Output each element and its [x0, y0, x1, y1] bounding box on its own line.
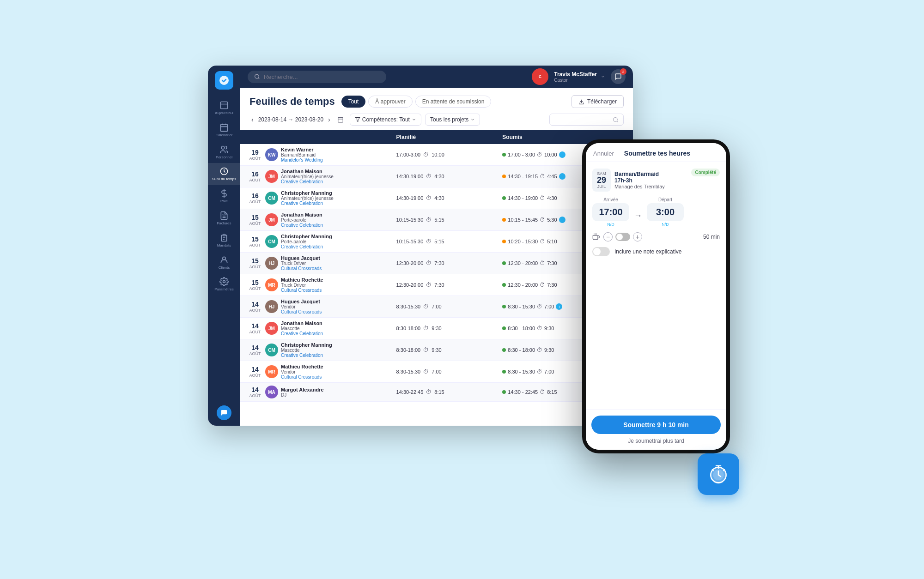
- emp-project: Creative Celebration: [281, 179, 334, 184]
- submitted-hours: 7:00: [544, 304, 554, 309]
- svg-point-18: [614, 117, 618, 121]
- emp-role: Vendor: [281, 369, 323, 374]
- phone-bottom: Soumettre 9 h 10 min Je soumettrai plus …: [586, 410, 726, 450]
- table-row[interactable]: 14 AOÛT HJ Hugues Jacquet Vendor Cultura…: [240, 296, 633, 318]
- phone-screen: Annuler Soumettre tes heures SAM 29 JUIL…: [586, 143, 726, 450]
- prev-date-button[interactable]: ‹: [249, 115, 255, 124]
- emp-name: Kevin Warner: [281, 147, 323, 152]
- sidebar-item-personnel[interactable]: Personnel: [208, 141, 240, 163]
- info-icon[interactable]: i: [559, 217, 565, 223]
- tab-tout[interactable]: Tout: [341, 96, 366, 108]
- sidebar-item-aujourd-hui[interactable]: Aujourd'hui: [208, 97, 240, 119]
- time-inputs: Arrivée 17:00 N/D → Départ 3:00 N/D: [592, 197, 720, 227]
- download-icon: [578, 99, 584, 105]
- planned-cell: 17:00-3:00 ⏱ 10:00: [389, 144, 495, 166]
- table-row[interactable]: 16 AOÛT CM Christopher Manning Animateur…: [240, 187, 633, 209]
- submit-button[interactable]: Soumettre 9 h 10 min: [591, 416, 721, 434]
- sidebar-item-parametres[interactable]: Paramètres: [208, 273, 240, 296]
- clock-icon: ⏱: [426, 195, 432, 201]
- info-icon[interactable]: i: [559, 151, 565, 158]
- tab-en-attente[interactable]: En attente de soumission: [415, 96, 492, 108]
- date-day: 16: [251, 192, 259, 199]
- notifications-button[interactable]: 2: [611, 69, 626, 84]
- info-icon[interactable]: i: [559, 173, 565, 180]
- note-toggle[interactable]: [592, 247, 610, 256]
- submitted-hours: 5:10: [547, 239, 557, 244]
- search-input[interactable]: [264, 73, 380, 80]
- table-row[interactable]: 14 AOÛT CM Christopher Manning Mascotte …: [240, 339, 633, 361]
- info-icon[interactable]: i: [556, 303, 562, 310]
- break-toggle[interactable]: [615, 233, 630, 241]
- projects-label: Tous les projets: [430, 116, 468, 123]
- calendar-icon[interactable]: [335, 114, 346, 125]
- date-month: AOÛT: [249, 156, 261, 161]
- shift-month: JUIL: [597, 184, 606, 189]
- planned-range: 8:30-15:30: [396, 304, 421, 309]
- clock-icon: ⏱: [426, 389, 432, 395]
- planned-range: 14:30-19:00: [396, 195, 424, 201]
- tab-a-approuver[interactable]: À approuver: [368, 96, 412, 108]
- sidebar-item-calendrier[interactable]: Calendrier: [208, 119, 240, 141]
- download-label: Télécharger: [587, 98, 617, 105]
- planned-time: 14:30-19:00 ⏱ 4:30: [396, 195, 488, 201]
- arrow-icon: →: [634, 211, 642, 221]
- table-row[interactable]: 15 AOÛT JM Jonathan Maison Porte-parole …: [240, 209, 633, 231]
- employee-cell: 14 AOÛT MR Mathieu Rochette Vendor Cultu…: [240, 361, 389, 383]
- sidebar-item-paie[interactable]: Paie: [208, 185, 240, 207]
- download-button[interactable]: Télécharger: [571, 95, 624, 108]
- planned-cell: 8:30-15:30 ⏱ 7:00: [389, 361, 495, 383]
- avatar: MR: [265, 365, 278, 378]
- planned-cell: 8:30-18:00 ⏱ 9:30: [389, 318, 495, 339]
- table-row[interactable]: 15 AOÛT MR Mathieu Rochette Truck Driver…: [240, 274, 633, 296]
- table-search-input[interactable]: [554, 116, 610, 123]
- chevron-down-icon: [412, 117, 416, 122]
- sidebar-item-suivi-du-temps[interactable]: Suivi du temps: [208, 163, 240, 185]
- table-row[interactable]: 14 AOÛT MR Mathieu Rochette Vendor Cultu…: [240, 361, 633, 383]
- competences-filter[interactable]: Compétences: Tout: [350, 114, 421, 126]
- next-date-button[interactable]: ›: [326, 115, 332, 124]
- table-row[interactable]: 15 AOÛT CM Christopher Manning Porte-par…: [240, 231, 633, 253]
- arrival-time-input[interactable]: 17:00: [592, 203, 629, 221]
- break-minus-button[interactable]: −: [603, 232, 613, 241]
- submitted-range: 12:30 - 20:00: [508, 260, 538, 266]
- table-search[interactable]: [549, 114, 624, 126]
- emp-project: Creative Celebration: [281, 244, 332, 249]
- date-day: 15: [251, 214, 259, 221]
- emp-info: Hugues Jacquet Vendor Cultural Crossroad…: [281, 299, 322, 314]
- employee-cell: 15 AOÛT HJ Hugues Jacquet Truck Driver C…: [240, 253, 389, 274]
- planned-cell: 14:30-22:45 ⏱ 8:15: [389, 383, 495, 402]
- departure-time-input[interactable]: 3:00: [647, 203, 684, 221]
- clock-icon: ⏱: [537, 347, 542, 353]
- cancel-button[interactable]: Annuler: [593, 150, 614, 157]
- filter-icon: [355, 117, 360, 122]
- app-logo[interactable]: [215, 71, 233, 90]
- projects-filter[interactable]: Tous les projets: [425, 114, 480, 126]
- note-row: Inclure une note explicative: [592, 247, 720, 256]
- search-box[interactable]: [248, 71, 386, 83]
- sidebar-item-factures[interactable]: Factures: [208, 207, 240, 229]
- planned-hours: 10:00: [432, 152, 444, 157]
- table-row[interactable]: 14 AOÛT MA Margot Alexandre DJ 14:30-22:…: [240, 383, 633, 402]
- sidebar-item-clients[interactable]: Clients: [208, 252, 240, 274]
- chat-button[interactable]: [217, 405, 231, 420]
- chevron-down-icon: [601, 74, 605, 79]
- clock-icon: ⏱: [540, 282, 545, 288]
- table-row[interactable]: 14 AOÛT JM Jonathan Maison Mascotte Crea…: [240, 318, 633, 339]
- break-plus-button[interactable]: +: [633, 232, 642, 241]
- table-row[interactable]: 15 AOÛT HJ Hugues Jacquet Truck Driver C…: [240, 253, 633, 274]
- employee-cell: 19 AOÛT KW Kevin Warner Barman/Barmaid M…: [240, 144, 389, 166]
- date-month: AOÛT: [249, 351, 261, 356]
- sidebar-item-label: Suivi du temps: [212, 177, 236, 181]
- departure-label: Départ: [658, 197, 672, 202]
- search-icon: [613, 117, 619, 123]
- later-button[interactable]: Je soumettrai plus tard: [591, 438, 721, 444]
- emp-project: Mandelor's Wedding: [281, 157, 323, 163]
- submitted-range: 14:30 - 22:45: [508, 389, 538, 395]
- competences-label: Compétences: Tout: [362, 116, 410, 123]
- status-dot: [502, 305, 506, 308]
- table-row[interactable]: 16 AOÛT JM Jonathan Maison Animateur(tri…: [240, 166, 633, 187]
- table-row[interactable]: 19 AOÛT KW Kevin Warner Barman/Barmaid M…: [240, 144, 633, 166]
- employee-cell: 16 AOÛT JM Jonathan Maison Animateur(tri…: [240, 166, 389, 187]
- sidebar-item-mandats[interactable]: Mandats: [208, 229, 240, 252]
- planned-range: 8:30-18:00: [396, 347, 421, 353]
